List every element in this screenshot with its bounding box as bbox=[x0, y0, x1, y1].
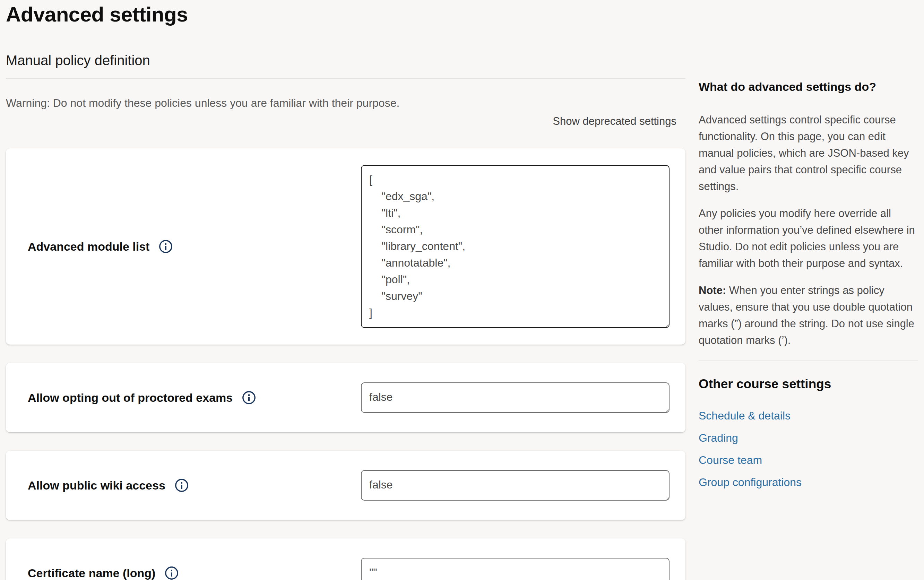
setting-label-wrap: Allow opting out of proctored exams bbox=[22, 391, 361, 405]
section-title: Manual policy definition bbox=[6, 52, 685, 69]
show-deprecated-settings-button[interactable]: Show deprecated settings bbox=[553, 115, 677, 128]
setting-value-input[interactable]: "" bbox=[361, 558, 670, 580]
sidebar-note-paragraph: Note: When you enter strings as policy v… bbox=[698, 282, 918, 349]
sidebar-about-paragraph-2: Any policies you modify here override al… bbox=[698, 205, 918, 272]
warning-text: Warning: Do not modify these policies un… bbox=[6, 95, 685, 111]
link-group-configurations[interactable]: Group configurations bbox=[698, 475, 918, 489]
setting-label-wrap: Certificate name (long) bbox=[22, 566, 361, 580]
setting-card: Allow public wiki access false bbox=[6, 451, 685, 520]
page-title: Advanced settings bbox=[6, 2, 685, 27]
link-grading[interactable]: Grading bbox=[698, 430, 918, 445]
setting-label: Allow opting out of proctored exams bbox=[28, 391, 233, 405]
setting-card: Certificate name (long) "" bbox=[6, 539, 685, 580]
sidebar-about-title: What do advanced settings do? bbox=[698, 79, 918, 94]
info-icon-glyph bbox=[175, 478, 189, 493]
link-course-team[interactable]: Course team bbox=[698, 453, 918, 467]
info-icon-glyph bbox=[158, 239, 173, 254]
help-sidebar: What do advanced settings do? Advanced s… bbox=[698, 0, 918, 580]
setting-card: Allow opting out of proctored exams fals… bbox=[6, 363, 685, 432]
info-icon-glyph bbox=[242, 391, 256, 405]
other-course-settings-links: Schedule & details Grading Course team G… bbox=[698, 409, 918, 489]
settings-main: Advanced settings Manual policy definiti… bbox=[6, 0, 685, 580]
sidebar-about-paragraph-1: Advanced settings control specific cours… bbox=[698, 112, 918, 195]
info-icon[interactable] bbox=[158, 239, 173, 254]
setting-label: Allow public wiki access bbox=[28, 478, 165, 493]
section-divider bbox=[6, 78, 685, 79]
setting-label: Advanced module list bbox=[28, 239, 150, 254]
setting-value-input[interactable]: false bbox=[361, 382, 670, 413]
setting-value-input[interactable]: [ "edx_sga", "lti", "scorm", "library_co… bbox=[361, 165, 670, 328]
info-icon-glyph bbox=[164, 566, 179, 580]
setting-label: Certificate name (long) bbox=[28, 566, 155, 580]
advanced-settings-page: Advanced settings Manual policy definiti… bbox=[0, 0, 924, 580]
setting-value-input[interactable]: false bbox=[361, 470, 670, 501]
sidebar-divider bbox=[698, 361, 918, 361]
setting-label-wrap: Allow public wiki access bbox=[22, 478, 361, 493]
deprecated-row: Show deprecated settings bbox=[6, 115, 685, 128]
note-label: Note: bbox=[698, 284, 726, 297]
link-schedule-details[interactable]: Schedule & details bbox=[698, 409, 918, 423]
setting-card: Advanced module list [ "edx_sga", "lti",… bbox=[6, 148, 685, 344]
info-icon[interactable] bbox=[175, 478, 189, 493]
other-course-settings-title: Other course settings bbox=[698, 376, 918, 392]
setting-label-wrap: Advanced module list bbox=[22, 239, 361, 254]
info-icon[interactable] bbox=[164, 566, 179, 580]
note-text: When you enter strings as policy values,… bbox=[698, 284, 914, 346]
info-icon[interactable] bbox=[242, 391, 256, 405]
